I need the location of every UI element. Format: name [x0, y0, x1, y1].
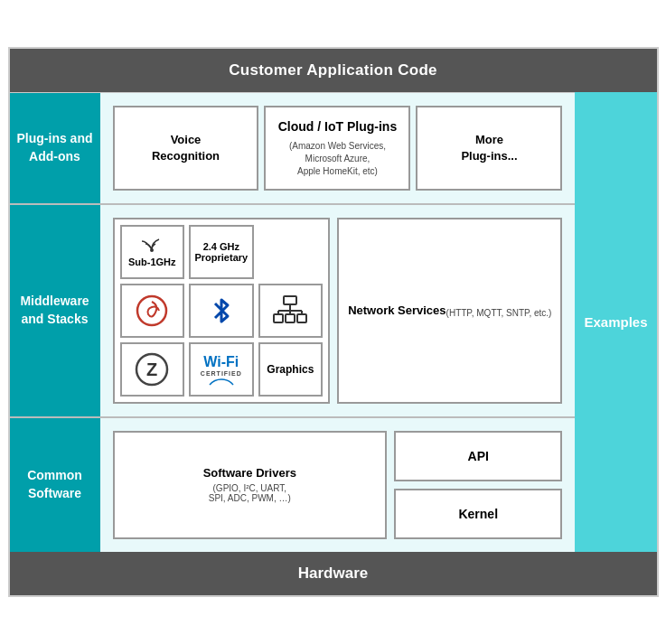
mw-zigbee: Z	[120, 342, 185, 397]
rows-container: Plug-ins and Add-ons Voice Recognition C…	[10, 92, 576, 552]
plugin-more: More Plug-ins...	[416, 106, 562, 191]
svg-text:Z: Z	[146, 359, 157, 379]
common-content: Software Drivers (GPIO, I²C, UART, SPI, …	[100, 418, 576, 552]
middleware-inner: Sub-1GHz 2.4 GHz Proprietary	[108, 212, 568, 409]
middleware-row: Middleware and Stacks	[10, 205, 576, 418]
mw-2_4ghz: 2.4 GHz Proprietary	[189, 225, 254, 279]
kernel-box: Kernel	[394, 489, 562, 539]
mw-grid: Sub-1GHz 2.4 GHz Proprietary	[113, 218, 331, 404]
plugins-row: Plug-ins and Add-ons Voice Recognition C…	[10, 92, 576, 205]
bluetooth-icon	[208, 294, 235, 327]
mw-sub1ghz: Sub-1GHz	[120, 225, 185, 279]
customer-app-bar: Customer Application Code	[10, 49, 657, 92]
plugins-label: Plug-ins and Add-ons	[10, 93, 100, 203]
plugin-cloud: Cloud / IoT Plug-ins (Amazon Web Service…	[264, 106, 410, 191]
plugins-content: Voice Recognition Cloud / IoT Plug-ins (…	[100, 93, 576, 203]
wifi-waves-small	[208, 378, 235, 386]
mw-wifi: Wi-Fi CERTIFIED	[189, 342, 254, 397]
ethernet-icon	[272, 294, 308, 327]
plugins-grid: Voice Recognition Cloud / IoT Plug-ins (…	[108, 100, 568, 196]
hardware-bar: Hardware	[10, 552, 657, 595]
common-inner: Software Drivers (GPIO, I²C, UART, SPI, …	[108, 425, 568, 545]
footer-title: Hardware	[298, 565, 368, 582]
diagram: Customer Application Code Plug-ins and A…	[8, 47, 659, 597]
mw-bluetooth	[189, 284, 254, 338]
svg-point-0	[150, 248, 154, 252]
network-services: Network Services (HTTP, MQTT, SNTP, etc.…	[337, 218, 562, 404]
plugin-voice: Voice Recognition	[113, 106, 259, 191]
common-row: Common Software Software Drivers (GPIO, …	[10, 418, 576, 552]
middle-section: Plug-ins and Add-ons Voice Recognition C…	[10, 92, 657, 552]
api-kernel-column: API Kernel	[394, 431, 562, 539]
wifi-logo: Wi-Fi CERTIFIED	[201, 353, 242, 386]
svg-rect-3	[274, 314, 283, 322]
examples-cell: Examples	[575, 92, 656, 552]
sub1ghz-icon	[139, 237, 164, 255]
mw-thread	[120, 284, 185, 338]
middleware-label: Middleware and Stacks	[10, 205, 100, 416]
header-title: Customer Application Code	[229, 61, 437, 79]
common-label: Common Software	[10, 418, 100, 552]
api-box: API	[394, 431, 562, 481]
software-drivers: Software Drivers (GPIO, I²C, UART, SPI, …	[113, 431, 388, 539]
mw-graphics: Graphics	[258, 342, 324, 397]
svg-rect-5	[297, 314, 306, 322]
thread-icon	[136, 294, 168, 327]
zigbee-icon: Z	[135, 352, 169, 387]
svg-point-1	[137, 296, 166, 325]
svg-rect-2	[284, 296, 296, 304]
mw-empty	[258, 225, 324, 279]
svg-rect-4	[286, 314, 295, 322]
mw-ethernet	[258, 284, 324, 338]
middleware-content: Sub-1GHz 2.4 GHz Proprietary	[100, 205, 576, 416]
